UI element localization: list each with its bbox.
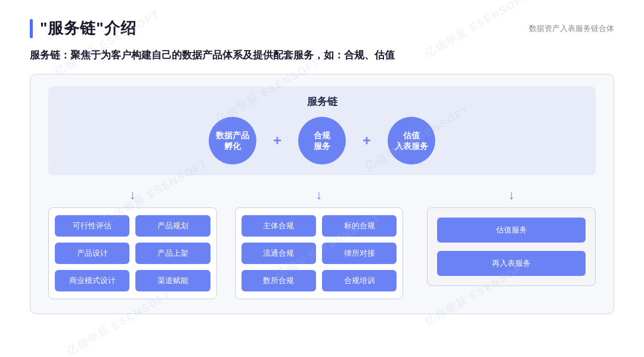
btn-law-firm[interactable]: 律所对接: [322, 243, 397, 264]
page: 亿信华辰 ESENSOFT 亿信华辰 ESENSOFT 亿信华辰 ESENSOF…: [0, 0, 644, 357]
diagram-container: 服务链 数据产品孵化 + 合规服务 + 估值入表服务: [30, 74, 614, 314]
chain-circle-3: 估值入表服务: [388, 117, 435, 164]
plus-1: +: [273, 132, 281, 149]
title-area: "服务链"介绍: [30, 18, 137, 39]
btn-product-launch[interactable]: 产品上架: [135, 243, 210, 264]
column-1: 可行性评估 产品规划 产品设计 产品上架 商业模式设计 渠道赋能: [48, 207, 217, 299]
service-chain-header: 服务链 数据产品孵化 + 合规服务 + 估值入表服务: [48, 86, 596, 175]
btn-valuation[interactable]: 估值服务: [437, 218, 586, 243]
arrow-down-3: ↓: [508, 187, 515, 203]
service-chain-items: 数据产品孵化 + 合规服务 + 估值入表服务: [60, 117, 584, 164]
top-right-label: 数据资产入表服务链合体: [529, 23, 614, 34]
btn-channel[interactable]: 渠道赋能: [135, 270, 210, 291]
btn-product-planning[interactable]: 产品规划: [135, 215, 210, 237]
plus-2: +: [363, 132, 371, 149]
btn-business-model[interactable]: 商业模式设计: [55, 270, 129, 291]
column-3: 估值服务 再入表服务: [427, 207, 596, 299]
page-title: "服务链"介绍: [40, 18, 137, 39]
subtitle: 服务链：聚焦于为客户构建自己的数据产品体系及提供配套服务，如：合规、估值: [30, 48, 614, 62]
chain-circle-1: 数据产品孵化: [209, 117, 256, 164]
chain-circle-2: 合规服务: [298, 117, 346, 164]
btn-entity-compliance[interactable]: 主体合规: [242, 215, 316, 237]
spacer-1: [217, 207, 235, 299]
column-2: 主体合规 标的合规 流通合规 律所对接 数所合规 合规培训: [235, 207, 404, 299]
title-bar-decoration: [30, 19, 33, 38]
header: "服务链"介绍 数据资产入表服务链合体: [30, 18, 614, 39]
btn-circulation-compliance[interactable]: 流通合规: [242, 243, 316, 264]
service-chain-title: 服务链: [60, 95, 584, 108]
bottom-columns: 可行性评估 产品规划 产品设计 产品上架 商业模式设计 渠道赋能 主体合规 标的…: [48, 207, 596, 299]
btn-product-design[interactable]: 产品设计: [55, 243, 129, 264]
arrow-down-2: ↓: [316, 187, 323, 203]
btn-re-listing[interactable]: 再入表服务: [437, 251, 586, 276]
btn-data-exchange-compliance[interactable]: 数所合规: [242, 270, 316, 291]
spacer-2: [403, 207, 427, 299]
btn-feasibility[interactable]: 可行性评估: [55, 215, 129, 237]
arrow-down-1: ↓: [129, 187, 136, 203]
btn-target-compliance[interactable]: 标的合规: [322, 215, 397, 237]
btn-compliance-training[interactable]: 合规培训: [322, 270, 397, 291]
